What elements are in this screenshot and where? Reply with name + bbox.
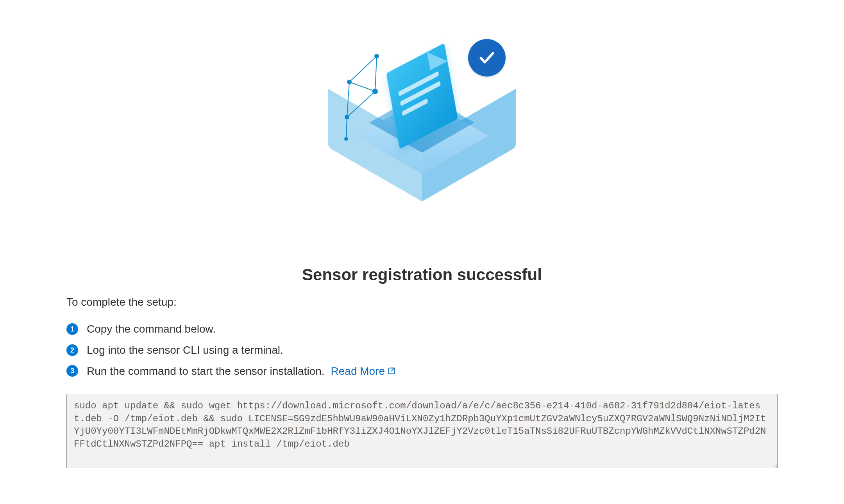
svg-point-7 xyxy=(347,80,351,84)
read-more-link[interactable]: Read More xyxy=(331,364,396,379)
page-title: Sensor registration successful xyxy=(302,265,542,284)
install-command-textarea[interactable] xyxy=(66,394,778,468)
step-text: Copy the command below. xyxy=(87,322,216,337)
svg-point-8 xyxy=(373,89,377,94)
step-text: Log into the sensor CLI using a terminal… xyxy=(87,343,283,358)
svg-point-10 xyxy=(345,137,348,141)
step-number-badge: 2 xyxy=(66,344,78,356)
svg-line-2 xyxy=(349,82,375,91)
svg-line-12 xyxy=(391,368,394,371)
instructions-lead: To complete the setup: xyxy=(66,296,778,308)
svg-line-0 xyxy=(349,56,377,82)
svg-point-9 xyxy=(345,115,349,119)
steps-list: 1 Copy the command below. 2 Log into the… xyxy=(66,322,778,378)
success-check-icon xyxy=(468,39,506,77)
page-content: Sensor registration successful To comple… xyxy=(66,23,778,470)
step-number-badge: 3 xyxy=(66,365,78,377)
external-link-icon xyxy=(387,367,396,375)
svg-point-6 xyxy=(375,54,379,58)
network-graph-icon xyxy=(344,51,410,141)
step-item: 2 Log into the sensor CLI using a termin… xyxy=(66,343,778,358)
svg-line-5 xyxy=(346,117,347,139)
step-text: Run the command to start the sensor inst… xyxy=(87,364,325,379)
svg-line-4 xyxy=(347,91,375,117)
svg-line-3 xyxy=(375,56,377,91)
step-item: 1 Copy the command below. xyxy=(66,322,778,337)
instructions-block: To complete the setup: 1 Copy the comman… xyxy=(66,296,778,470)
step-number-badge: 1 xyxy=(66,323,78,335)
read-more-label: Read More xyxy=(331,364,385,379)
step-item: 3 Run the command to start the sensor in… xyxy=(66,364,778,379)
sensor-box-illustration xyxy=(336,23,508,211)
svg-line-1 xyxy=(347,82,349,117)
